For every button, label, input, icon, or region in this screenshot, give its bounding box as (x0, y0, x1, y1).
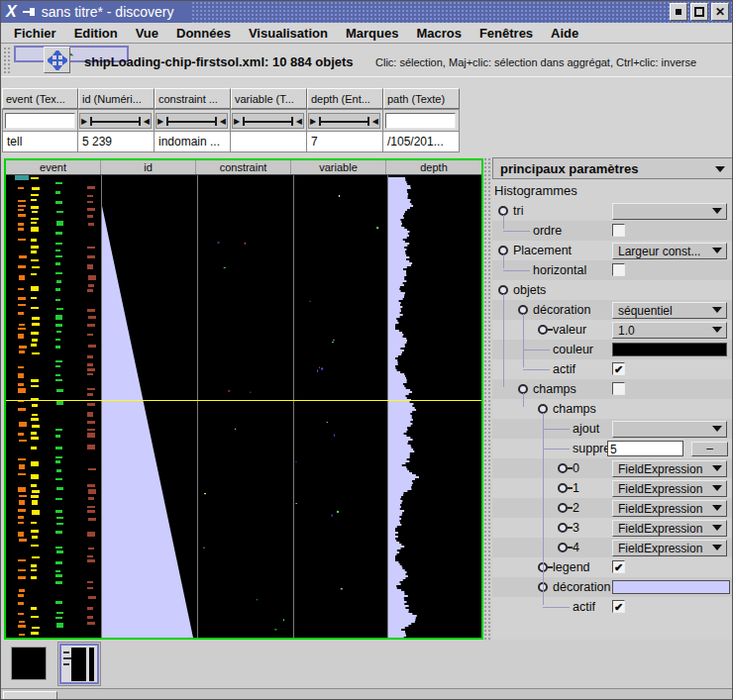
range-slider-3[interactable]: ▶◀ (232, 113, 304, 129)
tree-node-icon[interactable] (558, 543, 568, 552)
param-couleur-color-swatch[interactable] (612, 343, 727, 356)
field-value-4: 7 (307, 132, 383, 152)
slider-right-arrow-icon[interactable]: ◀ (372, 117, 378, 126)
param-label-champs: champs (553, 402, 596, 416)
menu-données[interactable]: Données (167, 24, 240, 43)
param-décoration-select[interactable]: séquentiel (612, 302, 727, 319)
visualization-canvas[interactable] (6, 175, 481, 638)
param-label-décoration: décoration (533, 303, 590, 317)
chevron-down-icon (712, 485, 722, 496)
param-row-valeur-6: valeur1.0 (492, 320, 733, 340)
param-tri-select[interactable] (612, 203, 727, 220)
filter-input-5[interactable] (385, 113, 456, 129)
thumbnail-preview (59, 644, 99, 684)
minimize-button[interactable] (670, 3, 687, 21)
param-1-select[interactable]: FieldExpression (612, 480, 727, 497)
param-horizontal-checkbox[interactable] (612, 263, 625, 276)
viz-col-depth[interactable]: depth (386, 160, 481, 174)
chevron-down-icon (712, 525, 722, 536)
param-label-actif: actif (573, 600, 595, 614)
status-grip[interactable] (3, 691, 57, 700)
menu-edition[interactable]: Edition (65, 24, 127, 43)
dataset-label: shipLoading-chip-firstsol.xml: 10 884 ob… (84, 54, 354, 69)
slider-left-arrow-icon[interactable]: ▶ (81, 117, 87, 126)
param-décoration-field[interactable] (612, 580, 730, 594)
menu-marques[interactable]: Marques (337, 24, 407, 43)
menu-vue[interactable]: Vue (127, 24, 167, 43)
tree-node-icon[interactable] (538, 325, 548, 335)
slider-left-arrow-icon[interactable]: ▶ (234, 117, 240, 126)
filter-input-0[interactable] (5, 113, 75, 129)
menu-visualisation[interactable]: Visualisation (240, 24, 337, 43)
slider-right-arrow-icon[interactable]: ◀ (220, 117, 226, 126)
title-bar[interactable]: X sans titre* - discovery ✕ (1, 1, 732, 23)
close-icon: ✕ (715, 6, 725, 18)
param-valeur-select[interactable]: 1.0 (612, 322, 727, 339)
range-slider-1[interactable]: ▶◀ (79, 113, 152, 129)
viz-col-variable[interactable]: variable (291, 160, 386, 174)
toolbar-drag-handle[interactable] (3, 47, 11, 73)
field-header-2[interactable]: constraint ... (155, 88, 231, 109)
visualization-frame: eventidconstraintvariabledepth (4, 158, 483, 640)
param-legend-checkbox[interactable]: ✔ (612, 560, 625, 573)
param-row-champs-10: champs (492, 399, 733, 419)
param-ajout-select[interactable] (612, 421, 727, 438)
param-actif-checkbox[interactable]: ✔ (612, 362, 625, 375)
param-3-select[interactable]: FieldExpression (612, 520, 727, 537)
param-2-select[interactable]: FieldExpression (612, 500, 727, 517)
viz-col-event[interactable]: event (6, 160, 101, 174)
tree-guide-line (543, 413, 544, 605)
field-header-3[interactable]: variable (T... (231, 88, 307, 109)
panel-splitter[interactable] (483, 157, 492, 640)
slider-left-arrow-icon[interactable]: ▶ (157, 117, 163, 126)
close-button[interactable]: ✕ (711, 3, 729, 21)
param-label-3: 3 (573, 521, 579, 535)
tree-guide-line (503, 294, 504, 387)
maximize-button[interactable] (690, 3, 708, 21)
thumbnail-strip (1, 640, 732, 688)
viz-col-constraint[interactable]: constraint (196, 160, 291, 174)
field-header-0[interactable]: event (Tex... (2, 88, 78, 109)
param-row-ordre-1: ordre (492, 221, 733, 241)
param-label-legend: legend (553, 560, 590, 574)
field-header-1[interactable]: id (Numéri... (78, 88, 155, 109)
param-row-décoration-5: décorationséquentiel (492, 300, 733, 320)
chevron-down-icon (715, 166, 725, 177)
param-label-4: 4 (573, 541, 579, 554)
tree-node-icon[interactable] (558, 503, 568, 513)
field-header-5[interactable]: path (Texte) (383, 88, 460, 109)
tree-node-icon[interactable] (558, 463, 568, 473)
slider-left-arrow-icon[interactable]: ▶ (310, 117, 316, 126)
range-slider-4[interactable]: ▶◀ (308, 113, 380, 129)
param-actif-checkbox[interactable]: ✔ (612, 600, 625, 613)
param-0-select[interactable]: FieldExpression (612, 460, 727, 477)
menu-macros[interactable]: Macros (407, 24, 471, 43)
param-ordre-checkbox[interactable] (612, 224, 625, 237)
range-slider-2[interactable]: ▶◀ (156, 113, 228, 129)
menu-fichier[interactable]: Fichier (5, 24, 65, 43)
param-4-select[interactable]: FieldExpression (612, 540, 727, 556)
thumbnail-black[interactable] (11, 647, 47, 680)
slider-right-tick (139, 117, 141, 126)
param-Placement-select[interactable]: Largeur const... (612, 243, 727, 259)
field-header-4[interactable]: depth (Ent... (307, 88, 383, 109)
param-label-couleur: couleur (553, 343, 593, 356)
field-filter-5 (383, 109, 460, 132)
menu-aide[interactable]: Aide (542, 24, 587, 43)
param-row-4-17: 4FieldExpression (492, 538, 733, 557)
tree-node-icon[interactable] (558, 523, 568, 533)
field-value-3 (231, 132, 307, 152)
viz-col-id[interactable]: id (101, 160, 196, 174)
param-champs-checkbox[interactable] (612, 382, 625, 395)
pan-tool-button[interactable] (44, 47, 70, 73)
thumbnail-selected[interactable] (57, 642, 101, 686)
toolbar: shipLoading-chip-firstsol.xml: 10 884 ob… (1, 44, 732, 76)
slider-right-arrow-icon[interactable]: ◀ (144, 117, 150, 126)
panel-title-dropdown[interactable]: principaux paramètres (492, 157, 733, 179)
param-suppre-input[interactable]: 5 (607, 441, 683, 456)
slider-right-arrow-icon[interactable]: ◀ (296, 117, 302, 126)
menu-fenêtres[interactable]: Fenêtres (471, 24, 542, 43)
param-suppre-minus-button[interactable]: – (691, 442, 728, 456)
tree-node-icon[interactable] (558, 483, 568, 493)
slider-right-tick (215, 117, 217, 126)
